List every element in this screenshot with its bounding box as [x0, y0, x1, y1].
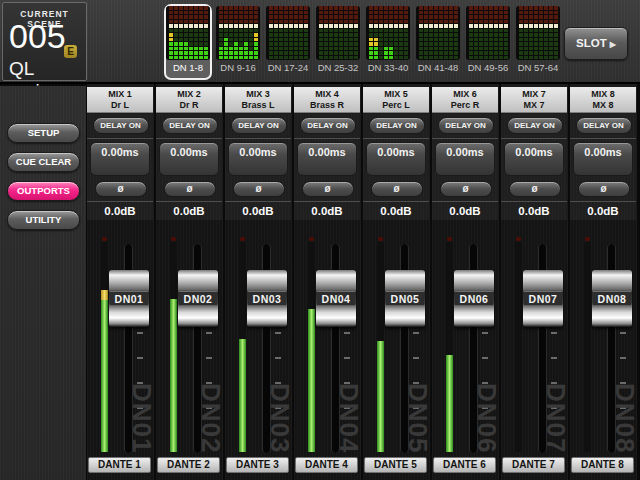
phase-button[interactable]: ø — [95, 181, 147, 197]
delay-time-box[interactable]: 0.00ms — [504, 142, 564, 176]
delay-time-box[interactable]: 0.00ms — [90, 142, 150, 176]
channel-header[interactable]: MIX 7MX 7 — [501, 87, 567, 113]
meter-segment — [394, 42, 398, 46]
sidebar-button-outports[interactable]: OUTPORTS — [7, 181, 80, 201]
channel-name-label: Perc L — [363, 100, 429, 111]
fader-knob-label: DN06 — [455, 291, 493, 306]
channel-name-label: Perc R — [432, 100, 498, 111]
delay-time-box[interactable]: 0.00ms — [573, 142, 633, 176]
fader-knob[interactable]: DN04 — [316, 270, 356, 327]
delay-on-button[interactable]: DELAY ON — [438, 117, 494, 134]
meter-block-8[interactable]: DN 57-64 — [516, 6, 560, 78]
meter-block-3[interactable]: DN 17-24 — [266, 6, 310, 78]
phase-button[interactable]: ø — [509, 181, 561, 197]
meter-bar — [239, 6, 243, 60]
sidebar-button-setup[interactable]: SETUP — [7, 123, 80, 143]
phase-button[interactable]: ø — [578, 181, 630, 197]
meter-segment — [324, 6, 328, 10]
meter-segment — [184, 24, 188, 28]
channel-bus-label: MIX 8 — [570, 88, 636, 100]
delay-on-button[interactable]: DELAY ON — [507, 117, 563, 134]
meter-segment — [349, 20, 353, 24]
meter-segment — [169, 47, 173, 51]
fader-knob[interactable]: DN02 — [178, 270, 218, 327]
meter-segment — [204, 6, 208, 10]
fader-knob[interactable]: DN03 — [247, 270, 287, 327]
meter-segment — [284, 42, 288, 46]
channel-name-label: Brass L — [225, 100, 291, 111]
channel-header[interactable]: MIX 6Perc R — [432, 87, 498, 113]
meter-segment — [349, 33, 353, 37]
meter-segment — [499, 20, 503, 24]
meter-segment — [169, 20, 173, 24]
meter-segment — [324, 11, 328, 15]
meter-bar — [489, 6, 493, 60]
meter-segment — [334, 15, 338, 19]
delay-on-button[interactable]: DELAY ON — [231, 117, 287, 134]
meter-segment — [219, 20, 223, 24]
meter-block-6[interactable]: DN 41-48 — [416, 6, 460, 78]
meter-block-5[interactable]: DN 33-40 — [366, 6, 410, 78]
fader-scale-tick — [482, 357, 488, 359]
meter-segment — [204, 15, 208, 19]
meter-segment — [244, 15, 248, 19]
delay-on-button[interactable]: DELAY ON — [300, 117, 356, 134]
delay-time-box[interactable]: 0.00ms — [297, 142, 357, 176]
delay-time-box[interactable]: 0.00ms — [366, 142, 426, 176]
delay-time-box[interactable]: 0.00ms — [159, 142, 219, 176]
meter-segment — [294, 33, 298, 37]
meter-segment — [529, 47, 533, 51]
fader-knob[interactable]: DN08 — [592, 270, 632, 327]
meter-block-1[interactable]: DN 1-8 — [166, 6, 210, 78]
channel-header[interactable]: MIX 2Dr R — [156, 87, 222, 113]
meter-segment — [329, 6, 333, 10]
meter-block-2[interactable]: DN 9-16 — [216, 6, 260, 78]
meter-segment — [239, 20, 243, 24]
meter-segment — [184, 33, 188, 37]
phase-button[interactable]: ø — [164, 181, 216, 197]
sidebar-button-utility[interactable]: UTILITY — [7, 210, 80, 230]
meter-segment — [434, 38, 438, 42]
delay-time-box[interactable]: 0.00ms — [228, 142, 288, 176]
sidebar-button-cue-clear[interactable]: CUE CLEAR — [7, 152, 80, 172]
fader-knob[interactable]: DN07 — [523, 270, 563, 327]
delay-on-button[interactable]: DELAY ON — [576, 117, 632, 134]
delay-on-button[interactable]: DELAY ON — [162, 117, 218, 134]
meter-segment — [554, 33, 558, 37]
channel-header[interactable]: MIX 1Dr L — [87, 87, 153, 113]
fader-knob[interactable]: DN01 — [109, 270, 149, 327]
meter-segment — [184, 42, 188, 46]
delay-time-box[interactable]: 0.00ms — [435, 142, 495, 176]
meter-segment — [199, 38, 203, 42]
meter-segment — [234, 20, 238, 24]
phase-button[interactable]: ø — [440, 181, 492, 197]
channel-header[interactable]: MIX 4Brass R — [294, 87, 360, 113]
phase-button[interactable]: ø — [371, 181, 423, 197]
meter-segment — [479, 42, 483, 46]
channel-header[interactable]: MIX 3Brass L — [225, 87, 291, 113]
meter-block-label: DN 25-32 — [316, 62, 360, 73]
slot-button[interactable]: SLOT▶ — [564, 27, 628, 60]
meter-segment — [524, 33, 528, 37]
meter-segment — [444, 11, 448, 15]
meter-segment — [369, 29, 373, 33]
meter-block-7[interactable]: DN 49-56 — [466, 6, 510, 78]
meter-segment — [334, 51, 338, 55]
meter-segment — [354, 29, 358, 33]
channel-header[interactable]: MIX 5Perc L — [363, 87, 429, 113]
meter-segment — [299, 33, 303, 37]
channel-header[interactable]: MIX 8MX 8 — [570, 87, 636, 113]
meter-block-4[interactable]: DN 25-32 — [316, 6, 360, 78]
scene-panel[interactable]: CURRENT SCENE 005 E QL series — [2, 2, 87, 81]
phase-button[interactable]: ø — [233, 181, 285, 197]
phase-button[interactable]: ø — [302, 181, 354, 197]
meter-segment — [474, 33, 478, 37]
meter-segment — [399, 29, 403, 33]
meter-segment — [219, 24, 223, 28]
delay-on-button[interactable]: DELAY ON — [369, 117, 425, 134]
meter-segment — [524, 15, 528, 19]
fader-knob[interactable]: DN06 — [454, 270, 494, 327]
meter-bar — [529, 6, 533, 60]
delay-on-button[interactable]: DELAY ON — [93, 117, 149, 134]
fader-knob[interactable]: DN05 — [385, 270, 425, 327]
